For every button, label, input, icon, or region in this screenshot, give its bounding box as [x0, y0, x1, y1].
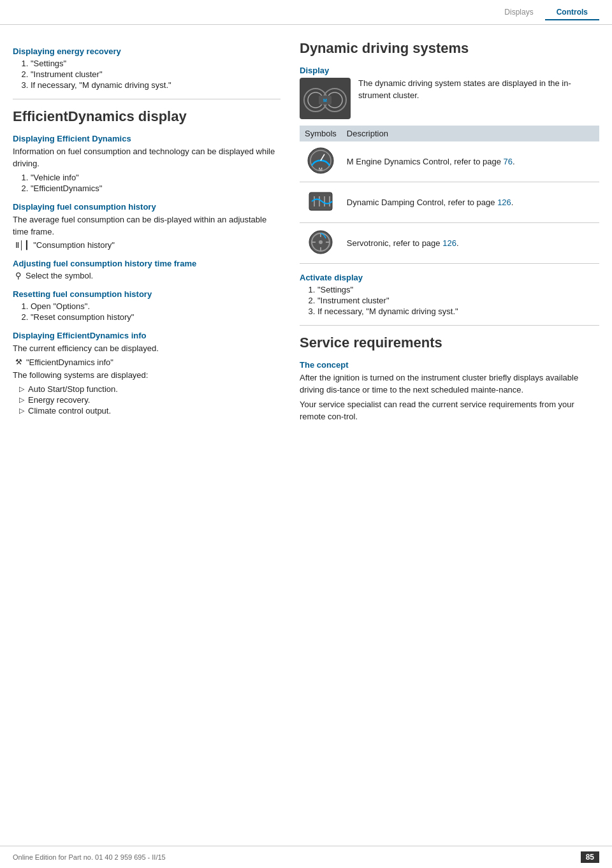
footer-text: Online Edition for Part no. 01 40 2 959 …: [13, 853, 166, 861]
barchart-icon: Ⅱ│┃: [15, 240, 29, 250]
svg-point-18: [319, 240, 323, 244]
list-item: "Vehicle info": [31, 173, 280, 182]
bullet-auto-start: Auto Start/Stop function.: [19, 384, 280, 394]
list-item: If necessary, "M dynamic driving syst.": [31, 80, 280, 90]
svg-text:M: M: [319, 167, 323, 171]
ed-info-icon-line: ⚒ "EfficientDynamics info": [15, 358, 280, 367]
energy-recovery-steps: "Settings" "Instrument cluster" If neces…: [31, 59, 280, 90]
list-item: If necessary, "M dynamic driving syst.": [317, 307, 599, 316]
resetting-steps: Open "Options". "Reset consumption histo…: [31, 301, 280, 322]
activate-display-steps: "Settings" "Instrument cluster" If neces…: [317, 285, 599, 316]
concept-body1: After the ignition is turned on the inst…: [300, 372, 599, 396]
header-tabs: Displays Controls: [493, 5, 599, 20]
list-item: "Instrument cluster": [317, 296, 599, 305]
divider-2: [300, 325, 599, 326]
page-link-126a[interactable]: 126: [497, 198, 511, 207]
display-body: The dynamic driving system states are di…: [358, 78, 599, 117]
table-row: M M Engine Dynamics Control, refer to pa…: [300, 141, 599, 182]
activate-display-heading: Activate display: [300, 273, 599, 282]
dynamic-driving-heading: Dynamic driving systems: [300, 40, 599, 57]
bullet-energy-recovery: Energy recovery.: [19, 395, 280, 405]
list-item: "Settings": [317, 285, 599, 294]
list-item: "EfficientDynamics": [31, 184, 280, 193]
main-content: Displaying energy recovery "Settings" "I…: [0, 25, 612, 451]
table-row: Servotronic, refer to page 126.: [300, 223, 599, 264]
ed-info-body1: The current efficiency can be displayed.: [13, 343, 280, 355]
fuel-history-icon-text: "Consumption history": [33, 240, 115, 250]
fuel-history-icon-line: Ⅱ│┃ "Consumption history": [15, 240, 280, 250]
search-icon: ⚲: [15, 271, 22, 280]
resetting-heading: Resetting fuel consumption history: [13, 289, 280, 299]
page-link-76[interactable]: 76: [504, 157, 513, 166]
page-link-126b[interactable]: 126: [442, 238, 456, 248]
adjusting-heading: Adjusting fuel consumption history time …: [13, 259, 280, 268]
displaying-efficient-body: Information on fuel consumption and tech…: [13, 146, 280, 170]
adjusting-icon-line: ⚲ Select the symbol.: [15, 271, 280, 280]
symbol-cell-3: [300, 223, 342, 264]
divider-1: [13, 99, 280, 99]
tab-displays[interactable]: Displays: [493, 5, 544, 20]
list-item: "Reset consumption history": [31, 312, 280, 322]
table-header-symbols: Symbols: [300, 126, 342, 141]
right-column: Dynamic driving systems Display M The dy: [300, 38, 599, 425]
table-row: Dynamic Damping Control, refer to page 1…: [300, 182, 599, 223]
svg-text:M: M: [323, 98, 327, 103]
page-footer: Online Edition for Part no. 01 40 2 959 …: [0, 846, 612, 868]
bullet-climate: Climate control output.: [19, 406, 280, 416]
efficient-dynamics-section: EfficientDynamics display Displaying Eff…: [13, 108, 280, 416]
list-item: "Instrument cluster": [31, 69, 280, 79]
list-item: "Settings": [31, 59, 280, 68]
service-requirements-heading: Service requirements: [300, 335, 599, 351]
concept-heading: The concept: [300, 360, 599, 370]
dynamic-driving-section: Dynamic driving systems Display M The dy: [300, 40, 599, 316]
displaying-efficient-steps: "Vehicle info" "EfficientDynamics": [31, 173, 280, 193]
display-heading: Display: [300, 66, 599, 75]
ed-info-body2: The following systems are displayed:: [13, 370, 280, 382]
ed-info-icon-text: "EfficientDynamics info": [26, 358, 113, 367]
description-cell-2: Dynamic Damping Control, refer to page 1…: [342, 182, 599, 223]
dds-table: Symbols Description M: [300, 126, 599, 264]
instrument-cluster-image: M: [300, 78, 351, 119]
left-column: Displaying energy recovery "Settings" "I…: [13, 38, 280, 425]
efficient-dynamics-main-heading: EfficientDynamics display: [13, 108, 280, 125]
page-header: Displays Controls: [0, 0, 612, 25]
displaying-efficient-heading: Displaying Efficient Dynamics: [13, 134, 280, 143]
symbol-cell-1: M: [300, 141, 342, 182]
fuel-history-body: The average fuel consumption can be dis‐…: [13, 214, 280, 238]
energy-recovery-heading: Displaying energy recovery: [13, 47, 280, 56]
description-cell-1: M Engine Dynamics Control, refer to page…: [342, 141, 599, 182]
display-block: M The dynamic driving system states are …: [300, 78, 599, 119]
symbol-cell-2: [300, 182, 342, 223]
service-requirements-section: Service requirements The concept After t…: [300, 335, 599, 423]
settings-icon: ⚒: [15, 358, 22, 366]
ed-info-heading: Displaying EfficientDynamics info: [13, 331, 280, 340]
page-number: 85: [581, 851, 599, 863]
table-header-description: Description: [342, 126, 599, 141]
adjusting-body: Select the symbol.: [26, 271, 93, 280]
fuel-history-heading: Displaying fuel consumption history: [13, 202, 280, 212]
list-item: Open "Options".: [31, 301, 280, 311]
tab-controls[interactable]: Controls: [545, 5, 599, 20]
energy-recovery-section: Displaying energy recovery "Settings" "I…: [13, 47, 280, 90]
concept-body2: Your service specialist can read the cur…: [300, 399, 599, 423]
description-cell-3: Servotronic, refer to page 126.: [342, 223, 599, 264]
